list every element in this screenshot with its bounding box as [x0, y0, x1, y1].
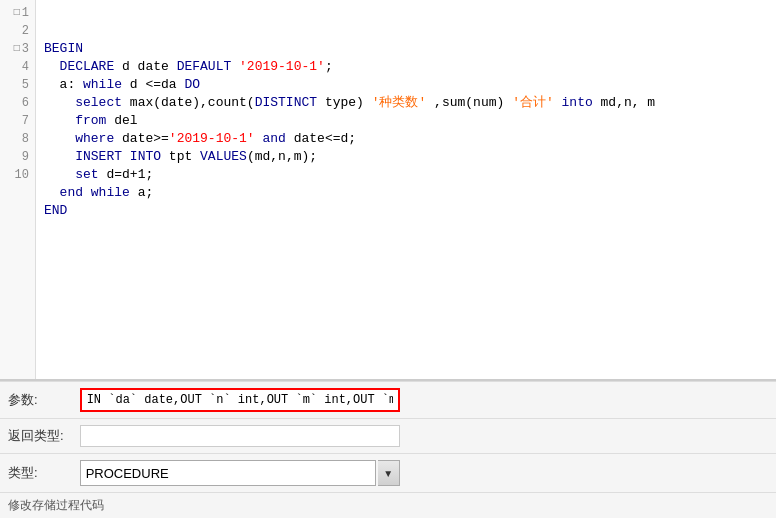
collapse-icon[interactable]: □	[14, 4, 20, 22]
type-select[interactable]: PROCEDUREFUNCTION	[80, 460, 376, 486]
param-label: 参数:	[0, 382, 72, 419]
line-number: □1	[6, 4, 29, 22]
type-value-cell: PROCEDUREFUNCTION ▼	[72, 454, 776, 493]
code-line: end while a;	[44, 184, 768, 202]
line-numbers: □12□345678910	[0, 0, 36, 379]
line-number: 7	[6, 112, 29, 130]
line-number: 10	[6, 166, 29, 184]
line-number: 9	[6, 148, 29, 166]
line-number: 4	[6, 58, 29, 76]
code-line: from del	[44, 112, 768, 130]
bottom-panel: 参数: 返回类型: 类型: PROCEDUREFUNCTION ▼ 修改存储过程…	[0, 380, 776, 518]
code-content[interactable]: BEGIN DECLARE d date DEFAULT '2019-10-1'…	[36, 0, 776, 379]
type-label: 类型:	[0, 454, 72, 493]
code-line: set d=d+1;	[44, 166, 768, 184]
code-line: select max(date),count(DISTINCT type) '种…	[44, 94, 768, 112]
return-input[interactable]	[80, 425, 400, 447]
param-input[interactable]	[80, 388, 400, 412]
line-number: 8	[6, 130, 29, 148]
code-line: END	[44, 202, 768, 220]
code-line: DECLARE d date DEFAULT '2019-10-1';	[44, 58, 768, 76]
line-number: □3	[6, 40, 29, 58]
collapse-icon[interactable]: □	[14, 40, 20, 58]
return-label: 返回类型:	[0, 419, 72, 454]
code-line: a: while d <=da DO	[44, 76, 768, 94]
line-number: 5	[6, 76, 29, 94]
return-value-cell	[72, 419, 776, 454]
code-line: where date>='2019-10-1' and date<=d;	[44, 130, 768, 148]
code-editor: □12□345678910 BEGIN DECLARE d date DEFAU…	[0, 0, 776, 380]
param-value-cell	[72, 382, 776, 419]
extra-label: 修改存储过程代码	[0, 492, 776, 518]
select-arrow-icon[interactable]: ▼	[378, 460, 400, 486]
code-line: INSERT INTO tpt VALUES(md,n,m);	[44, 148, 768, 166]
line-number: 6	[6, 94, 29, 112]
line-number: 2	[6, 22, 29, 40]
code-line: BEGIN	[44, 40, 768, 58]
